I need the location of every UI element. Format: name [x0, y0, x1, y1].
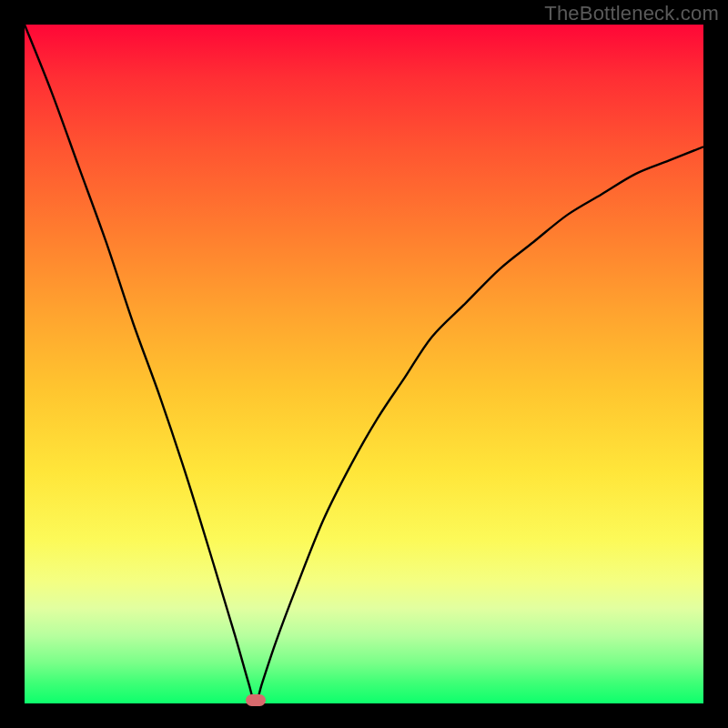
- watermark-text: TheBottleneck.com: [544, 2, 719, 25]
- curve-path: [25, 25, 703, 703]
- bottleneck-curve: [25, 25, 703, 703]
- figure-root: TheBottleneck.com: [0, 0, 728, 728]
- minimum-marker: [246, 694, 266, 706]
- plot-area: [25, 25, 703, 703]
